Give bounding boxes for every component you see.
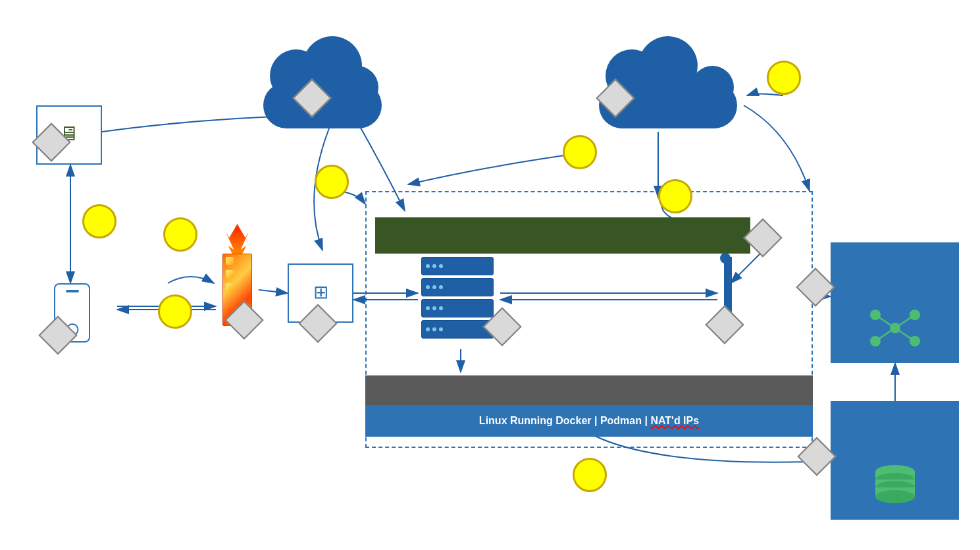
badge-3 [563,135,597,169]
load-balancer-icon: ⊞ [313,281,328,303]
linux-bar: Linux Running Docker | Podman | NAT'd IP… [365,405,813,437]
linux-bar-text: Linux Running Docker | Podman | NAT'd IP… [479,415,699,427]
badge-6b [158,294,192,329]
svg-line-5 [875,315,895,328]
badge-1 [767,61,801,95]
badge-6a [82,204,116,238]
badge-7 [573,458,607,492]
proxy-icon [869,462,921,508]
corp-network-box [831,242,959,363]
proxy-box [831,401,959,520]
server-stack [421,257,494,343]
corp-network-icon [865,305,925,351]
badge-2 [658,179,692,213]
svg-line-7 [875,328,895,341]
auth-plugin-dot-large-top [720,253,731,263]
svg-point-15 [875,490,915,503]
management-agent-bar [375,217,750,254]
svg-line-8 [895,328,915,341]
badge-5 [163,217,197,252]
badge-4 [315,165,349,199]
svg-line-6 [895,315,915,328]
ms-tunnel-bar [365,375,813,405]
